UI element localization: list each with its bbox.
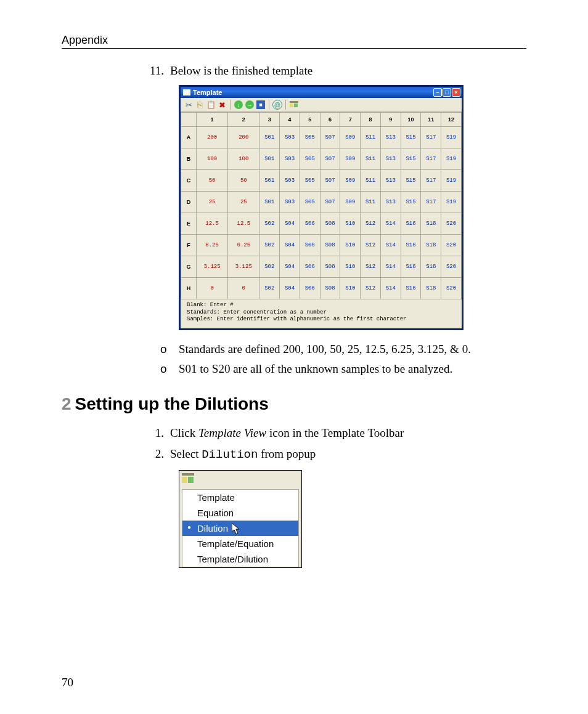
grid-cell[interactable]: S20 bbox=[441, 213, 462, 235]
grid-cell[interactable]: S13 bbox=[380, 170, 401, 192]
row-header[interactable]: G bbox=[181, 256, 197, 278]
window-minimize-button[interactable]: – bbox=[433, 88, 442, 97]
column-header[interactable]: 10 bbox=[401, 113, 421, 127]
grid-cell[interactable]: S01 bbox=[259, 170, 280, 192]
grid-cell[interactable]: S18 bbox=[421, 278, 441, 299]
cut-icon[interactable] bbox=[183, 99, 194, 110]
grid-cell[interactable]: S09 bbox=[340, 192, 361, 213]
grid-cell[interactable]: S12 bbox=[361, 256, 381, 278]
grid-cell[interactable]: S03 bbox=[280, 148, 300, 170]
grid-cell[interactable]: 6.25 bbox=[228, 235, 259, 256]
grid-cell[interactable]: S04 bbox=[280, 235, 300, 256]
grid-cell[interactable]: S19 bbox=[441, 127, 462, 148]
window-close-button[interactable]: × bbox=[452, 88, 460, 97]
grid-cell[interactable]: 3.125 bbox=[228, 256, 259, 278]
grid-cell[interactable]: S10 bbox=[340, 256, 361, 278]
grid-cell[interactable]: S13 bbox=[380, 127, 401, 148]
grid-cell[interactable]: S11 bbox=[361, 192, 381, 213]
grid-cell[interactable]: S14 bbox=[380, 235, 401, 256]
row-header[interactable]: C bbox=[181, 170, 197, 192]
grid-cell[interactable]: 100 bbox=[228, 148, 259, 170]
grid-cell[interactable]: S09 bbox=[340, 148, 361, 170]
grid-cell[interactable]: S03 bbox=[280, 170, 300, 192]
grid-cell[interactable]: S03 bbox=[280, 192, 300, 213]
delete-icon[interactable] bbox=[216, 99, 227, 110]
grid-cell[interactable]: S20 bbox=[441, 235, 462, 256]
grid-cell[interactable]: S20 bbox=[441, 256, 462, 278]
row-header[interactable]: F bbox=[181, 235, 197, 256]
grid-cell[interactable]: S08 bbox=[320, 256, 340, 278]
grid-cell[interactable]: S13 bbox=[380, 148, 401, 170]
grid-cell[interactable]: S18 bbox=[421, 213, 441, 235]
grid-cell[interactable]: S15 bbox=[401, 170, 421, 192]
grid-cell[interactable]: S10 bbox=[340, 213, 361, 235]
grid-cell[interactable]: S08 bbox=[320, 213, 340, 235]
grid-cell[interactable]: S06 bbox=[300, 235, 320, 256]
menu-item[interactable]: Template bbox=[182, 490, 298, 505]
grid-cell[interactable]: S11 bbox=[361, 170, 381, 192]
grid-cell[interactable]: S11 bbox=[361, 127, 381, 148]
grid-cell[interactable]: S03 bbox=[280, 127, 300, 148]
grid-cell[interactable]: S01 bbox=[259, 192, 280, 213]
row-header[interactable]: A bbox=[181, 127, 197, 148]
at-icon[interactable] bbox=[272, 100, 282, 110]
grid-cell[interactable]: S17 bbox=[421, 127, 441, 148]
grid-cell[interactable]: S06 bbox=[300, 256, 320, 278]
grid-cell[interactable]: 12.5 bbox=[197, 213, 228, 235]
grid-cell[interactable]: 200 bbox=[228, 127, 259, 148]
grid-cell[interactable]: S16 bbox=[401, 278, 421, 299]
grid-cell[interactable]: S12 bbox=[361, 235, 381, 256]
grid-cell[interactable]: S18 bbox=[421, 256, 441, 278]
grid-cell[interactable]: 0 bbox=[197, 278, 228, 299]
grid-cell[interactable]: S01 bbox=[259, 148, 280, 170]
column-header[interactable]: 8 bbox=[361, 113, 381, 127]
window-sysmenu-icon[interactable] bbox=[183, 89, 190, 95]
column-header[interactable]: 2 bbox=[228, 113, 259, 127]
column-header[interactable]: 4 bbox=[280, 113, 300, 127]
grid-cell[interactable]: S19 bbox=[441, 170, 462, 192]
grid-cell[interactable]: S04 bbox=[280, 278, 300, 299]
grid-cell[interactable]: 100 bbox=[197, 148, 228, 170]
menu-item[interactable]: Template/Dilution bbox=[182, 551, 298, 567]
grid-cell[interactable]: S15 bbox=[401, 192, 421, 213]
grid-cell[interactable]: S19 bbox=[441, 192, 462, 213]
save-icon[interactable] bbox=[256, 100, 265, 109]
grid-cell[interactable]: S16 bbox=[401, 256, 421, 278]
grid-cell[interactable]: 3.125 bbox=[197, 256, 228, 278]
grid-cell[interactable]: S20 bbox=[441, 278, 462, 299]
grid-cell[interactable]: 6.25 bbox=[197, 235, 228, 256]
grid-cell[interactable]: S10 bbox=[340, 278, 361, 299]
menu-item[interactable]: Equation bbox=[182, 505, 298, 521]
column-header[interactable]: 11 bbox=[421, 113, 441, 127]
grid-cell[interactable]: S06 bbox=[300, 278, 320, 299]
row-header[interactable]: H bbox=[181, 278, 197, 299]
grid-cell[interactable]: S11 bbox=[361, 148, 381, 170]
grid-cell[interactable]: 25 bbox=[197, 192, 228, 213]
column-header[interactable]: 9 bbox=[380, 113, 401, 127]
column-header[interactable]: 6 bbox=[320, 113, 340, 127]
grid-cell[interactable]: S17 bbox=[421, 148, 441, 170]
grid-cell[interactable]: S05 bbox=[300, 127, 320, 148]
fill-right-icon[interactable] bbox=[245, 100, 254, 109]
grid-cell[interactable]: 25 bbox=[228, 192, 259, 213]
template-view-icon[interactable] bbox=[182, 473, 195, 488]
grid-cell[interactable]: S07 bbox=[320, 127, 340, 148]
grid-cell[interactable]: S04 bbox=[280, 213, 300, 235]
grid-cell[interactable]: S14 bbox=[380, 278, 401, 299]
grid-cell[interactable]: 50 bbox=[228, 170, 259, 192]
grid-cell[interactable]: S08 bbox=[320, 278, 340, 299]
grid-cell[interactable]: S10 bbox=[340, 235, 361, 256]
grid-cell[interactable]: S18 bbox=[421, 235, 441, 256]
grid-cell[interactable]: S12 bbox=[361, 213, 381, 235]
grid-cell[interactable]: S05 bbox=[300, 148, 320, 170]
grid-cell[interactable]: S07 bbox=[320, 192, 340, 213]
column-header[interactable]: 5 bbox=[300, 113, 320, 127]
grid-cell[interactable]: S02 bbox=[259, 213, 280, 235]
row-header[interactable]: E bbox=[181, 213, 197, 235]
row-header[interactable]: B bbox=[181, 148, 197, 170]
window-maximize-button[interactable]: □ bbox=[443, 88, 451, 97]
plate-grid[interactable]: 123456789101112A200200S01S03S05S07S09S11… bbox=[181, 112, 462, 299]
grid-cell[interactable]: S14 bbox=[380, 213, 401, 235]
copy-icon[interactable] bbox=[194, 99, 205, 110]
grid-cell[interactable]: S17 bbox=[421, 170, 441, 192]
